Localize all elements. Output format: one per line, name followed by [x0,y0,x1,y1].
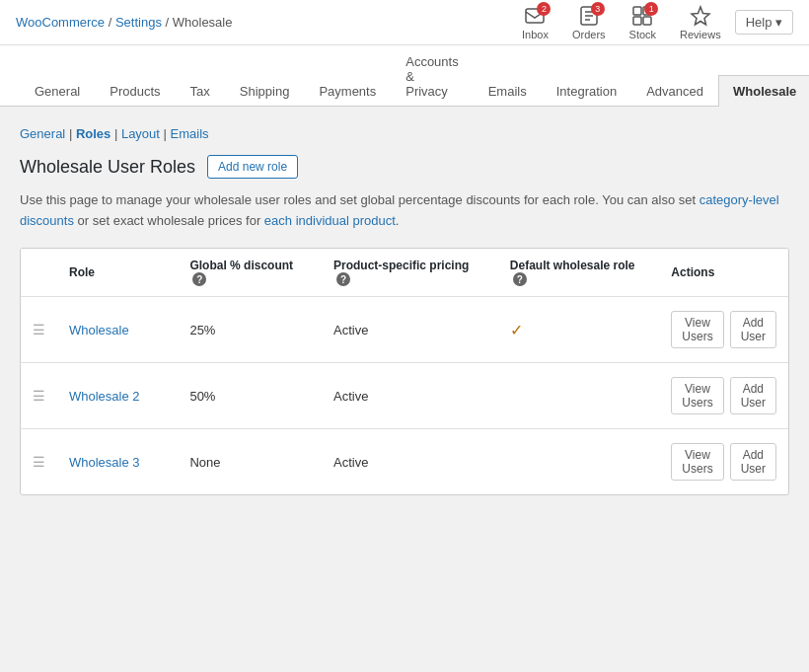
discount-value: 25% [189,323,215,337]
nav-orders-label: Orders [572,29,606,40]
stock-badge: 1 [644,2,658,16]
help-button[interactable]: Help ▾ [735,10,793,35]
default-checkmark-icon: ✓ [510,322,523,338]
pricing-help-icon[interactable]: ? [336,272,350,286]
view-users-button[interactable]: View Users [671,377,723,414]
subnav-emails[interactable]: Emails [171,126,209,141]
add-user-button[interactable]: Add User [730,311,776,348]
nav-stock[interactable]: 1 Stock [620,0,667,46]
tab-integration[interactable]: Integration [542,75,631,107]
tab-advanced[interactable]: Advanced [631,75,718,107]
orders-icon: 3 [578,5,600,27]
default-cell: ✓ [498,297,660,363]
action-buttons: View Users Add User [671,311,776,348]
tab-products[interactable]: Products [95,75,175,107]
col-header-drag [21,249,57,297]
page-description: Use this page to manage your wholesale u… [20,190,789,232]
role-link-wholesale2[interactable]: Wholesale 2 [69,389,140,404]
breadcrumb: WooCommerce / Settings / Wholesale [16,15,232,30]
add-user-button[interactable]: Add User [730,377,776,414]
nav-orders[interactable]: 3 Orders [562,0,616,46]
table-row: ☰ Wholesale 3 None Active V [21,429,788,495]
pricing-status: Active [333,389,368,404]
actions-cell: View Users Add User [659,297,788,363]
drag-handle-cell: ☰ [21,363,57,429]
tab-emails[interactable]: Emails [474,75,542,107]
reviews-icon [690,5,711,27]
add-user-button[interactable]: Add User [730,443,776,481]
tab-tax[interactable]: Tax [176,75,225,107]
view-users-button[interactable]: View Users [671,311,723,348]
nav-inbox-label: Inbox [522,29,549,40]
role-link-wholesale3[interactable]: Wholesale 3 [69,455,140,470]
svg-rect-7 [633,17,641,25]
top-bar: WooCommerce / Settings / Wholesale 2 Inb… [0,0,809,45]
tab-general[interactable]: General [20,75,95,107]
svg-rect-5 [633,7,641,15]
drag-handle-cell: ☰ [21,429,57,495]
role-cell: Wholesale 3 [57,429,178,495]
top-navigation: 2 Inbox 3 Orders [512,0,793,46]
col-header-default: Default wholesale role ? [498,249,660,297]
nav-reviews-label: Reviews [680,29,721,40]
pricing-cell: Active [322,429,498,495]
svg-marker-9 [692,7,709,25]
actions-cell: View Users Add User [659,363,788,429]
nav-stock-label: Stock [629,29,657,40]
nav-inbox[interactable]: 2 Inbox [512,0,558,46]
action-buttons: View Users Add User [671,377,776,414]
subnav-roles[interactable]: Roles [76,126,110,141]
breadcrumb-current: Wholesale [173,15,233,30]
tab-wholesale[interactable]: Wholesale [718,75,809,107]
col-header-role: Role [57,249,178,297]
tab-payments[interactable]: Payments [304,75,391,107]
pricing-cell: Active [322,363,498,429]
pricing-status: Active [333,323,368,337]
action-buttons: View Users Add User [671,443,776,481]
discount-cell: 50% [178,363,322,429]
individual-product-link[interactable]: each individual product [264,213,396,228]
breadcrumb-settings[interactable]: Settings [115,15,162,30]
breadcrumb-woocommerce[interactable]: WooCommerce [16,15,105,30]
drag-handle-cell: ☰ [21,297,57,363]
content-area: General | Roles | Layout | Emails Wholes… [0,107,809,515]
stock-icon: 1 [631,5,653,27]
table-row: ☰ Wholesale 25% Active ✓ [21,297,788,363]
main-tabs: General Products Tax Shipping Payments A… [0,45,809,107]
role-link-wholesale[interactable]: Wholesale [69,323,129,337]
view-users-button[interactable]: View Users [671,443,723,481]
col-header-discount: Global % discount ? [178,249,322,297]
discount-cell: None [178,429,322,495]
discount-cell: 25% [178,297,322,363]
inbox-badge: 2 [537,2,551,16]
tab-shipping[interactable]: Shipping [225,75,305,107]
page-title-row: Wholesale User Roles Add new role [20,155,789,179]
table-header-row: Role Global % discount ? Product-specifi… [21,249,788,297]
default-cell [498,429,660,495]
actions-cell: View Users Add User [659,429,788,495]
discount-value: 50% [189,389,215,404]
default-cell [498,363,660,429]
sub-navigation: General | Roles | Layout | Emails [20,126,789,141]
svg-rect-8 [643,17,651,25]
table-row: ☰ Wholesale 2 50% Active Vi [21,363,788,429]
inbox-icon: 2 [524,5,546,27]
add-new-role-button[interactable]: Add new role [207,155,298,179]
tab-accounts-privacy[interactable]: Accounts & Privacy [391,45,473,107]
default-help-icon[interactable]: ? [513,272,527,286]
subnav-general[interactable]: General [20,126,65,141]
page-title: Wholesale User Roles [20,157,195,178]
drag-handle-icon[interactable]: ☰ [33,388,45,404]
subnav-layout[interactable]: Layout [121,126,160,141]
pricing-status: Active [333,455,368,470]
roles-table-container: Role Global % discount ? Product-specifi… [20,248,789,496]
drag-handle-icon[interactable]: ☰ [33,322,45,337]
role-cell: Wholesale 2 [57,363,178,429]
pricing-cell: Active [322,297,498,363]
nav-reviews[interactable]: Reviews [670,0,731,46]
col-header-pricing: Product-specific pricing ? [322,249,498,297]
role-cell: Wholesale [57,297,178,363]
col-header-actions: Actions [659,249,788,297]
drag-handle-icon[interactable]: ☰ [33,454,45,470]
discount-help-icon[interactable]: ? [192,272,206,286]
